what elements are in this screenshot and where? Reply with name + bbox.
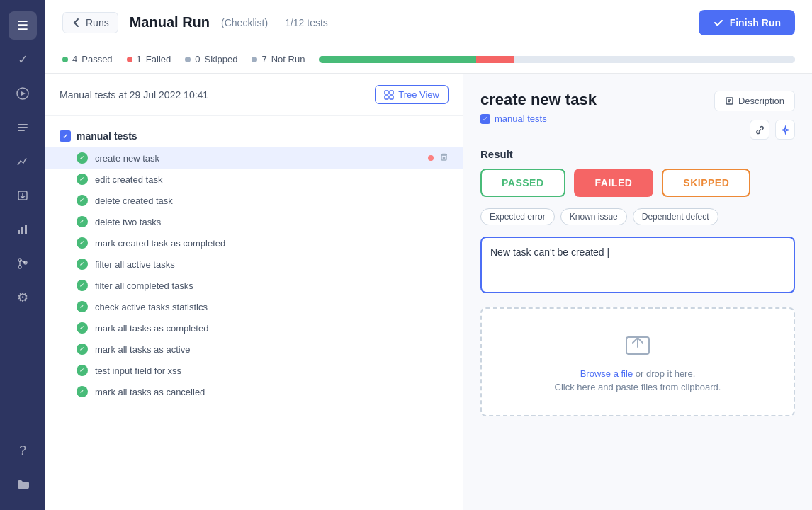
magic-button[interactable] — [775, 120, 795, 140]
main-area: Runs Manual Run (Checklist) 1/12 tests F… — [45, 0, 812, 510]
failed-dot — [127, 57, 132, 62]
chart-icon[interactable] — [9, 147, 37, 176]
page-title: Manual Run — [130, 14, 210, 30]
progress-passed — [319, 56, 476, 63]
svg-marker-1 — [21, 91, 26, 96]
comment-input[interactable]: New task can't be created | — [480, 237, 795, 293]
test-delete-button[interactable] — [439, 216, 449, 227]
test-name: delete created task — [95, 196, 428, 206]
test-status-dot[interactable] — [428, 304, 434, 310]
task-title: create new task — [480, 91, 597, 109]
sidebar: ☰ ✓ ⚙ ? — [0, 0, 45, 510]
test-delete-button[interactable] — [439, 322, 449, 334]
test-delete-button[interactable] — [439, 174, 449, 185]
svg-rect-18 — [390, 96, 393, 99]
test-name: delete two tasks — [95, 217, 428, 227]
menu-icon[interactable]: ☰ — [9, 11, 37, 40]
tag-button[interactable]: Known issue — [560, 208, 627, 225]
test-status-dot[interactable] — [428, 176, 434, 182]
test-item[interactable]: ✓ check active tasks statistics — [45, 296, 463, 317]
test-check-icon: ✓ — [77, 152, 88, 164]
browse-link[interactable]: Browse a file — [580, 368, 633, 379]
test-delete-button[interactable] — [439, 365, 449, 376]
test-count: 1/12 tests — [285, 17, 328, 28]
description-button[interactable]: Description — [714, 91, 795, 111]
test-item[interactable]: ✓ filter all completed tasks — [45, 275, 463, 296]
test-item[interactable]: ✓ mark all tasks as completed — [45, 317, 463, 339]
passed-count: 4 — [72, 54, 77, 64]
finish-run-button[interactable]: Finish Run — [699, 10, 795, 35]
test-item[interactable]: ✓ delete created task — [45, 190, 463, 211]
test-group: ✓ manual tests — [45, 125, 463, 147]
test-item[interactable]: ✓ mark created task as completed — [45, 232, 463, 254]
finish-run-label: Finish Run — [730, 17, 781, 28]
folder-icon[interactable] — [9, 470, 37, 499]
test-status-dot[interactable] — [428, 325, 434, 331]
svg-rect-22 — [441, 176, 446, 181]
test-status-dot[interactable] — [428, 346, 434, 352]
list-check-icon[interactable] — [9, 113, 37, 142]
test-status-dot[interactable] — [428, 283, 434, 288]
tag-button[interactable]: Expected error — [480, 208, 555, 225]
progress-notrun — [514, 56, 795, 63]
svg-rect-37 — [441, 283, 446, 288]
test-delete-button[interactable] — [439, 386, 449, 397]
description-label: Description — [738, 96, 784, 106]
test-delete-button[interactable] — [439, 195, 449, 206]
test-name: filter all active tasks — [95, 259, 428, 270]
test-check-icon: ✓ — [77, 259, 88, 270]
test-item[interactable]: ✓ delete two tasks — [45, 211, 463, 232]
tag-row: Expected errorKnown issueDependent defec… — [480, 208, 795, 225]
tag-button[interactable]: Dependent defect — [633, 208, 718, 225]
test-status-dot[interactable] — [428, 389, 434, 395]
upload-drop-text: or drop it here. — [636, 368, 696, 379]
test-status-dot[interactable] — [428, 240, 434, 246]
test-status-dot[interactable] — [428, 261, 434, 267]
test-item[interactable]: ✓ test input field for xss — [45, 360, 463, 381]
test-delete-button[interactable] — [439, 237, 449, 249]
test-name: mark all tasks as completed — [95, 323, 428, 334]
svg-rect-43 — [441, 325, 446, 330]
test-delete-button[interactable] — [439, 344, 449, 355]
svg-rect-19 — [441, 155, 446, 160]
test-item[interactable]: ✓ mark all tasks as active — [45, 339, 463, 360]
settings-icon[interactable]: ⚙ — [9, 283, 37, 312]
group-name: manual tests — [77, 130, 137, 142]
test-item[interactable]: ✓ create new task — [45, 147, 463, 169]
passed-button[interactable]: PASSED — [480, 169, 565, 197]
upload-area[interactable]: Browse a file or drop it here. Click her… — [480, 307, 795, 416]
test-status-dot[interactable] — [428, 198, 434, 203]
play-icon[interactable] — [9, 79, 37, 108]
group-checkbox: ✓ — [60, 130, 71, 142]
failed-button[interactable]: FAILED — [574, 169, 654, 197]
svg-rect-52 — [441, 389, 446, 394]
stat-passed: 4 Passed — [62, 54, 113, 64]
back-button[interactable]: Runs — [62, 12, 118, 33]
progress-failed — [476, 56, 514, 63]
test-status-dot[interactable] — [428, 155, 434, 161]
test-delete-button[interactable] — [439, 259, 449, 270]
skipped-button[interactable]: SKIPPED — [662, 169, 750, 197]
import-icon[interactable] — [9, 181, 37, 210]
svg-marker-58 — [782, 127, 789, 133]
test-status-dot[interactable] — [428, 368, 434, 373]
bar-chart-icon[interactable] — [9, 215, 37, 244]
test-delete-button[interactable] — [439, 301, 449, 312]
test-check-icon: ✓ — [77, 386, 88, 397]
test-status-dot[interactable] — [428, 219, 434, 225]
test-item[interactable]: ✓ mark all tasks as cancelled — [45, 381, 463, 402]
test-check-icon: ✓ — [77, 237, 88, 249]
notrun-label: Not Run — [271, 54, 305, 64]
suite-checkbox: ✓ — [480, 114, 490, 124]
test-delete-button[interactable] — [439, 280, 449, 291]
check-icon[interactable]: ✓ — [9, 45, 37, 74]
content-area: Manual tests at 29 Jul 2022 10:41 Tree V… — [45, 74, 812, 510]
left-panel: Manual tests at 29 Jul 2022 10:41 Tree V… — [45, 74, 463, 510]
branch-icon[interactable] — [9, 249, 37, 278]
test-delete-button[interactable] — [439, 152, 449, 164]
link-button[interactable] — [750, 120, 769, 140]
test-item[interactable]: ✓ filter all active tasks — [45, 254, 463, 275]
test-item[interactable]: ✓ edit created task — [45, 169, 463, 190]
help-icon[interactable]: ? — [9, 436, 37, 465]
tree-view-button[interactable]: Tree View — [375, 85, 449, 104]
